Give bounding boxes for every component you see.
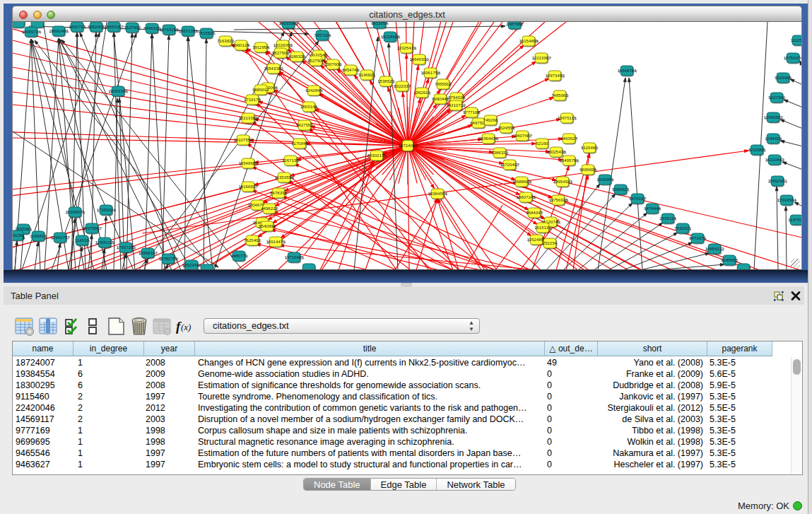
svg-text:10654112: 10654112 [705, 246, 724, 251]
svg-text:2803144: 2803144 [300, 104, 317, 109]
svg-text:7632621: 7632621 [674, 226, 691, 230]
svg-text:9329966: 9329966 [775, 75, 792, 80]
svg-text:10025438: 10025438 [546, 149, 566, 154]
svg-text:8990448: 8990448 [432, 96, 449, 101]
svg-text:3912954: 3912954 [252, 45, 269, 49]
svg-text:10671355: 10671355 [178, 28, 198, 33]
svg-text:13710485: 13710485 [284, 255, 304, 259]
svg-text:1527602: 1527602 [124, 25, 141, 30]
svg-text:(x): (x) [181, 322, 191, 332]
svg-text:7386322: 7386322 [491, 150, 508, 155]
svg-text:13226058: 13226058 [273, 42, 293, 47]
svg-text:114519: 114519 [75, 238, 89, 243]
svg-text:10653267: 10653267 [104, 24, 124, 29]
svg-text:8215955: 8215955 [748, 147, 765, 152]
svg-text:4498222: 4498222 [261, 206, 278, 211]
svg-text:2367608: 2367608 [324, 62, 341, 66]
svg-text:3170046: 3170046 [291, 141, 308, 146]
svg-text:8186328: 8186328 [288, 54, 305, 59]
svg-text:6479197: 6479197 [629, 196, 646, 201]
svg-text:12213967: 12213967 [531, 55, 551, 60]
svg-text:39159: 39159 [13, 233, 23, 238]
svg-text:18724007: 18724007 [398, 143, 418, 148]
svg-text:9777169: 9777169 [463, 110, 480, 115]
svg-text:16648784: 16648784 [617, 68, 637, 73]
svg-text:12905135: 12905135 [95, 240, 114, 245]
svg-text:7485063: 7485063 [551, 93, 568, 98]
svg-text:9115460: 9115460 [581, 145, 598, 150]
svg-text:9485779: 9485779 [230, 253, 247, 258]
svg-text:9427552: 9427552 [296, 122, 313, 127]
svg-text:1362615: 1362615 [413, 90, 430, 95]
svg-text:12942757: 12942757 [50, 235, 70, 240]
svg-text:10973493: 10973493 [545, 73, 565, 78]
svg-text:9889012: 9889012 [252, 87, 269, 92]
svg-text:18107552: 18107552 [233, 137, 253, 142]
svg-text:8960124: 8960124 [233, 42, 249, 47]
svg-text:8471676: 8471676 [689, 235, 706, 240]
svg-text:1112559: 1112559 [791, 37, 802, 42]
svg-text:62160: 62160 [536, 141, 549, 146]
svg-text:19218506: 19218506 [380, 34, 400, 39]
svg-text:23302175: 23302175 [367, 153, 387, 158]
svg-text:9699695: 9699695 [579, 167, 596, 172]
svg-text:14055724: 14055724 [21, 29, 41, 34]
svg-text:8454749: 8454749 [342, 67, 359, 72]
svg-text:7515526: 7515526 [198, 30, 215, 35]
svg-text:7955812: 7955812 [435, 81, 452, 86]
svg-text:5958923: 5958923 [612, 187, 629, 192]
svg-text:9527508: 9527508 [307, 58, 324, 63]
svg-text:3684047: 3684047 [526, 210, 543, 215]
svg-text:20053346: 20053346 [108, 88, 128, 93]
svg-text:11353594: 11353594 [275, 175, 294, 180]
svg-text:2087682: 2087682 [506, 22, 523, 26]
svg-text:16033809: 16033809 [278, 22, 298, 25]
svg-text:15751074: 15751074 [783, 55, 802, 60]
svg-text:252254: 252254 [543, 240, 558, 245]
svg-text:20206576: 20206576 [65, 209, 85, 214]
svg-text:7163822: 7163822 [217, 38, 234, 43]
svg-text:1640954: 1640954 [596, 177, 613, 182]
svg-text:19166827: 19166827 [238, 184, 258, 189]
svg-text:16782759: 16782759 [158, 256, 178, 261]
svg-text:3267130: 3267130 [282, 158, 299, 163]
svg-text:17016504: 17016504 [777, 197, 796, 202]
svg-text:17359924: 17359924 [96, 207, 116, 212]
svg-text:12213389: 12213389 [238, 115, 258, 120]
svg-text:1692733: 1692733 [69, 24, 86, 29]
svg-text:10958107: 10958107 [138, 250, 158, 255]
svg-text:13495796: 13495796 [559, 158, 579, 163]
svg-text:12923448: 12923448 [182, 262, 201, 267]
svg-text:1615132: 1615132 [534, 225, 551, 230]
svg-text:16210643: 16210643 [765, 157, 784, 162]
svg-text:1244418: 1244418 [765, 136, 782, 141]
svg-text:18640910: 18640910 [409, 57, 429, 62]
svg-text:16543362: 16543362 [264, 66, 283, 71]
svg-text:16914479: 16914479 [266, 239, 286, 244]
svg-text:2935114: 2935114 [659, 216, 676, 221]
svg-text:19756928: 19756928 [548, 197, 568, 202]
svg-text:9146821: 9146821 [358, 72, 375, 77]
svg-text:20691406: 20691406 [49, 28, 69, 33]
svg-text:13975115: 13975115 [558, 115, 577, 120]
svg-text:10688609: 10688609 [512, 179, 531, 184]
svg-text:1156819: 1156819 [30, 233, 47, 238]
svg-text:5962425: 5962425 [88, 24, 105, 29]
svg-text:7957224: 7957224 [314, 33, 331, 37]
svg-text:9245652: 9245652 [721, 257, 738, 262]
svg-text:10607487: 10607487 [512, 133, 532, 138]
svg-text:20364436: 20364436 [478, 136, 498, 141]
svg-text:15720407: 15720407 [500, 162, 519, 167]
svg-text:9463627: 9463627 [560, 136, 577, 141]
svg-text:3624554: 3624554 [498, 125, 514, 130]
svg-text:9227342: 9227342 [768, 95, 785, 100]
svg-text:9474444: 9474444 [644, 206, 661, 211]
svg-text:17957253: 17957253 [116, 245, 136, 250]
svg-text:16154808: 16154808 [519, 38, 539, 43]
svg-text:8678332: 8678332 [270, 190, 287, 195]
svg-text:15692901: 15692901 [767, 178, 787, 183]
svg-text:1538520: 1538520 [377, 78, 394, 83]
svg-text:16549685: 16549685 [238, 160, 258, 165]
svg-text:9794024: 9794024 [448, 95, 465, 100]
svg-text:16961758: 16961758 [420, 70, 440, 75]
